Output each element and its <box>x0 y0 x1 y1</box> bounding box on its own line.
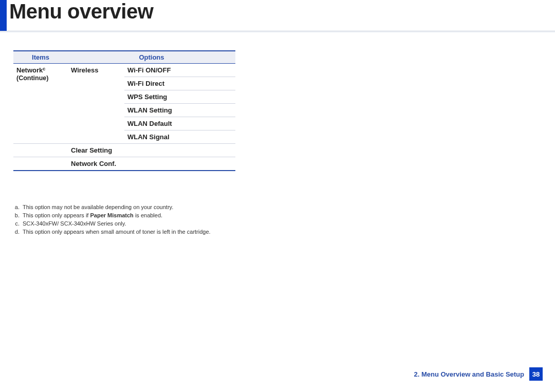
footnote-text: SCX-340xFW/ SCX-340xHW Series only. <box>23 220 126 228</box>
page-title: Menu overview <box>9 0 153 23</box>
wireless-sub: Wi-Fi Direct <box>124 77 235 90</box>
wireless-subrows: Wi-Fi ON/OFF Wi-Fi Direct WPS Setting WL… <box>124 64 235 143</box>
wireless-sub: WLAN Setting <box>124 104 235 117</box>
group-cell: Wireless <box>68 64 124 143</box>
items-cell-empty <box>13 157 68 170</box>
footnote-b: b. This option only appears if Paper Mis… <box>13 212 322 220</box>
header-rule-top <box>0 31 555 31</box>
page-number: 38 <box>529 367 543 381</box>
network-conf-cell: Network Conf. <box>68 157 235 170</box>
footnote-a: a. This option may not be available depe… <box>13 203 322 212</box>
wireless-sub: WLAN Default <box>124 117 235 130</box>
footer-chapter: 2. Menu Overview and Basic Setup <box>414 370 524 378</box>
footnote-b-suffix: is enabled. <box>134 212 162 218</box>
table-header-row: Items Options <box>13 51 235 64</box>
item-continue: (Continue) <box>16 74 48 82</box>
col-header-options: Options <box>68 51 235 63</box>
wireless-sub: Wi-Fi ON/OFF <box>124 64 235 77</box>
footnote-label: d. <box>13 228 20 236</box>
accent-bar <box>0 0 7 31</box>
footnote-text: This option only appears when small amou… <box>23 228 211 236</box>
table-row: Clear Setting <box>13 144 235 157</box>
footnote-text: This option may not be available dependi… <box>23 203 173 212</box>
wireless-sub: WLAN Signal <box>124 130 235 143</box>
table-body: Networkc (Continue) Wireless Wi-Fi ON/OF… <box>13 64 235 171</box>
col-header-items: Items <box>13 51 68 63</box>
item-sup: c <box>43 66 45 71</box>
footnote-label: a. <box>13 203 20 212</box>
footnote-b-prefix: This option only appears if <box>23 212 90 218</box>
menu-table: Items Options Networkc (Continue) Wirele… <box>13 50 235 171</box>
footnote-label: b. <box>13 212 20 220</box>
table-row: Networkc (Continue) Wireless Wi-Fi ON/OF… <box>13 64 235 144</box>
footnote-text: This option only appears if Paper Mismat… <box>23 212 162 220</box>
clear-setting-cell: Clear Setting <box>68 144 235 157</box>
footnote-label: c. <box>13 220 20 228</box>
footnotes: a. This option may not be available depe… <box>13 203 322 236</box>
header-rule-bottom <box>0 32 555 32</box>
item-name: Network <box>16 66 43 74</box>
items-cell-empty <box>13 144 68 157</box>
footnote-d: d. This option only appears when small a… <box>13 228 322 236</box>
footnote-b-bold: Paper Mismatch <box>90 212 133 218</box>
items-cell: Networkc (Continue) <box>13 64 68 143</box>
table-row: Network Conf. <box>13 157 235 171</box>
wireless-sub: WPS Setting <box>124 90 235 104</box>
page-footer: 2. Menu Overview and Basic Setup 38 <box>414 367 543 381</box>
footnote-c: c. SCX-340xFW/ SCX-340xHW Series only. <box>13 220 322 228</box>
